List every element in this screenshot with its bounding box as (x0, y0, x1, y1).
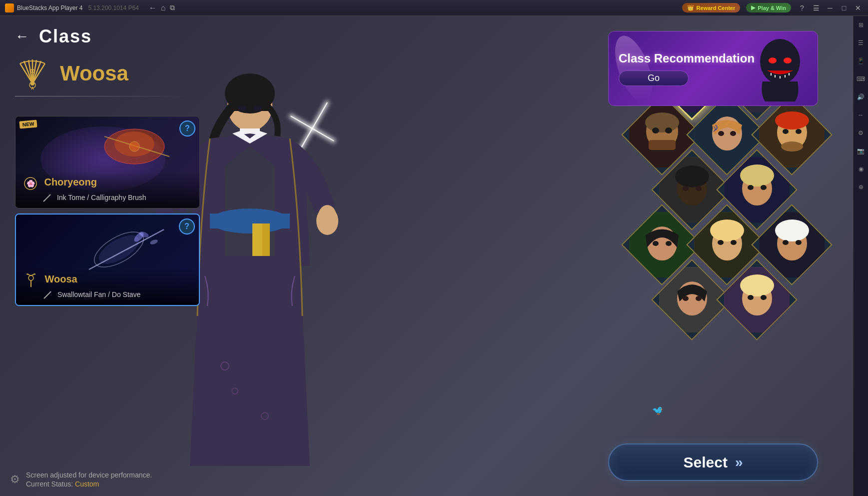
reward-center-button[interactable]: 👑 Reward Center (682, 3, 741, 12)
game-area: ← Class (0, 16, 853, 496)
svg-point-92 (740, 164, 774, 186)
page-title: Class (39, 26, 92, 47)
right-sidebar: ⊞ ☰ 📱 ⌨ 🔊 ↔ ⚙ 📷 ◉ ⊕ (853, 16, 868, 496)
maximize-button[interactable]: □ (839, 3, 849, 13)
status-line2: Current Status: (26, 480, 75, 488)
class-grid-item-5[interactable] (763, 106, 821, 164)
window-controls: ? ☰ ─ □ ✕ (797, 3, 863, 13)
svg-point-77 (718, 131, 724, 136)
question-button[interactable]: ? (179, 120, 195, 136)
svg-point-111 (683, 296, 689, 301)
sidebar-icon-4[interactable]: ⌨ (856, 74, 866, 84)
nav-back-button[interactable]: ← (149, 4, 157, 12)
select-button[interactable]: Select » (608, 444, 818, 481)
svg-point-84 (775, 112, 809, 130)
choryeong-weapon: Ink Tome / Calligraphy Brush (23, 193, 192, 203)
play-icon: ▶ (751, 4, 755, 11)
sidebar-icon-7[interactable]: ⚙ (856, 128, 866, 138)
new-badge: NEW (19, 120, 37, 128)
nav-buttons: ← ⌂ ⧉ (149, 4, 175, 12)
select-label: Select (684, 454, 728, 471)
sidebar-icon-5[interactable]: 🔊 (856, 92, 866, 102)
class-grid-item-8[interactable] (633, 216, 691, 274)
card-info: 🌸 Choryeong Ink Tome / Calligraphy Brush (15, 171, 199, 208)
svg-point-94 (761, 185, 767, 190)
bird-silhouette: 🐦 (652, 405, 663, 416)
woosa-card-info: Woosa Swallowtail Fan / Do Stave (16, 268, 199, 305)
sidebar-icon-3[interactable]: 📱 (856, 56, 866, 66)
select-button-container: Select » (608, 444, 818, 481)
svg-point-82 (783, 129, 789, 134)
app-logo: BlueStacks App Player 4 5.13.200.1014 P6… (5, 4, 139, 12)
menu-button[interactable]: ☰ (811, 3, 821, 13)
reward-center-label: Reward Center (697, 5, 736, 11)
class-grid-item-6[interactable] (663, 161, 721, 218)
sword-icon (42, 193, 52, 203)
settings-icon[interactable]: ⚙ (10, 473, 20, 486)
svg-point-117 (761, 295, 767, 300)
back-button[interactable]: ← (15, 28, 29, 44)
chevron-right-icon: » (735, 454, 743, 470)
play-win-label: Play & Win (758, 5, 786, 11)
svg-point-107 (783, 240, 789, 245)
class-grid-item-4[interactable] (698, 106, 756, 164)
svg-line-23 (89, 230, 164, 270)
sword-icon-2 (42, 290, 52, 300)
class-grid-item-3[interactable] (633, 106, 691, 164)
play-win-button[interactable]: ▶ Play & Win (746, 3, 791, 12)
svg-point-97 (653, 241, 659, 246)
crown-icon: 👑 (687, 4, 694, 11)
title-bar: BlueStacks App Player 4 5.13.200.1014 P6… (0, 0, 868, 16)
sidebar-icon-2[interactable]: ☰ (856, 38, 866, 48)
sidebar-icon-9[interactable]: ◉ (856, 164, 866, 174)
svg-point-83 (796, 129, 802, 134)
app-icon (5, 4, 14, 12)
choryeong-class-icon: 🌸 (23, 176, 38, 191)
recommendation-banner[interactable]: Class Recommendation Go (608, 31, 818, 106)
weapon-display (89, 122, 179, 172)
game-header: ← Class (0, 16, 107, 57)
class-grid-item-7[interactable] (728, 161, 786, 218)
svg-rect-72 (649, 140, 676, 150)
choryeong-name: Choryeong (44, 176, 97, 188)
char-face-5 (759, 102, 825, 168)
svg-point-116 (748, 295, 754, 300)
svg-point-73 (652, 128, 659, 134)
nav-copy-button[interactable]: ⧉ (170, 4, 175, 12)
class-grid-item-11[interactable] (663, 271, 721, 328)
sidebar-icon-10[interactable]: ⊕ (856, 182, 866, 192)
svg-point-87 (675, 166, 709, 188)
sidebar-icon-8[interactable]: 📷 (856, 146, 866, 156)
char-face-11 (659, 267, 725, 332)
svg-point-88 (683, 186, 689, 191)
sidebar-icon-6[interactable]: ↔ (856, 110, 866, 120)
app-name: BlueStacks App Player 4 (17, 4, 82, 12)
class-grid-item-9[interactable] (698, 216, 756, 274)
nav-home-button[interactable]: ⌂ (161, 4, 166, 12)
rec-go-button[interactable]: Go (619, 70, 689, 86)
svg-point-16 (129, 142, 139, 152)
svg-point-106 (775, 220, 809, 242)
svg-point-102 (718, 240, 724, 245)
choryeong-card[interactable]: NEW ? 🌸 Choryeong Ink Tome / Calligraphy… (15, 116, 200, 208)
woosa-question-button[interactable]: ? (179, 218, 195, 234)
woosa-weapon: Swallowtail Fan / Do Stave (23, 290, 191, 300)
status-text-container: Screen adjusted for device performance. … (26, 470, 152, 488)
svg-line-12 (32, 87, 33, 90)
svg-line-28 (26, 274, 31, 276)
close-button[interactable]: ✕ (853, 3, 863, 13)
help-button[interactable]: ? (797, 3, 807, 13)
woosa-card[interactable]: ? Woosa Swa (15, 214, 200, 306)
class-grid-item-10[interactable] (763, 216, 821, 274)
svg-point-78 (730, 131, 736, 136)
svg-point-115 (740, 274, 774, 296)
woosa-class-icon (23, 273, 38, 288)
status-line1: Screen adjusted for device performance. (26, 471, 152, 479)
sidebar-icon-1[interactable]: ⊞ (856, 20, 866, 30)
char-face-10 (759, 212, 825, 278)
class-grid-item-12[interactable] (728, 271, 786, 328)
title-bar-right: 👑 Reward Center ▶ Play & Win ? ☰ ─ □ ✕ (682, 3, 863, 13)
minimize-button[interactable]: ─ (825, 3, 835, 13)
svg-point-26 (149, 239, 158, 246)
class-name-section: Woosa (15, 56, 128, 91)
